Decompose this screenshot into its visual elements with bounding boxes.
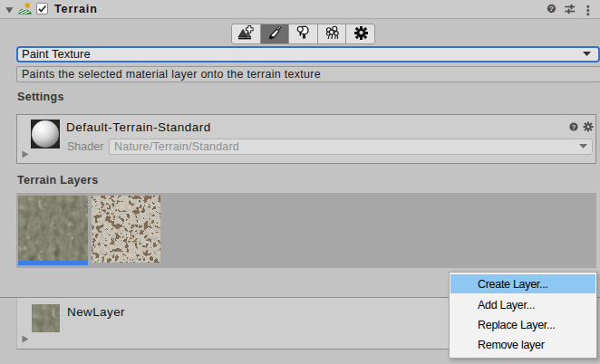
svg-text:?: ? bbox=[572, 123, 576, 131]
svg-text:?: ? bbox=[549, 5, 554, 13]
